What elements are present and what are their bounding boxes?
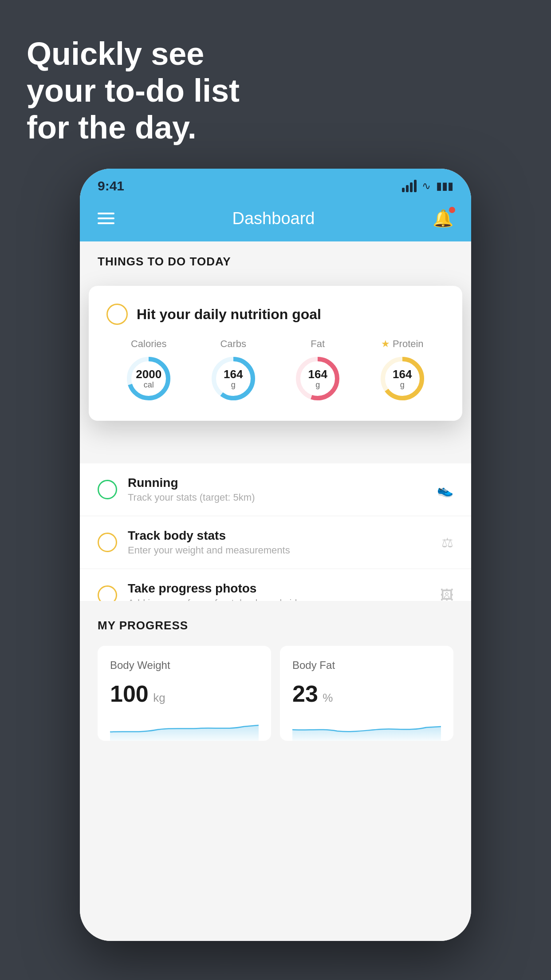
notification-dot <box>449 207 455 213</box>
protein-value: 164 <box>393 368 412 381</box>
calories-unit: cal <box>136 380 161 389</box>
calories-donut: 2000 cal <box>124 354 173 403</box>
body-weight-value-row: 100 kg <box>110 680 259 707</box>
body-weight-unit: kg <box>153 691 165 704</box>
body-weight-label: Body Weight <box>110 659 259 672</box>
calories-label: Calories <box>131 338 167 350</box>
running-checkbox[interactable] <box>98 480 117 499</box>
nutrition-card: Hit your daily nutrition goal Calories 2… <box>89 286 462 421</box>
hamburger-menu[interactable] <box>98 213 114 224</box>
wifi-icon: ∿ <box>422 180 431 192</box>
running-title: Running <box>128 476 426 490</box>
body-fat-label: Body Fat <box>292 659 441 672</box>
nutrition-checkbox[interactable] <box>106 304 128 325</box>
calories-value: 2000 <box>136 368 161 381</box>
header-title: Dashboard <box>232 209 315 228</box>
phone-mockup: 9:41 ∿ ▮▮▮ Dashboard 🔔 THINGS TO DO TODA… <box>80 169 471 941</box>
scale-icon: ⚖ <box>441 535 453 550</box>
fat-label: Fat <box>311 338 325 350</box>
progress-title: MY PROGRESS <box>98 619 453 632</box>
status-bar: 9:41 ∿ ▮▮▮ <box>80 169 471 200</box>
body-fat-value: 23 <box>292 681 318 707</box>
battery-icon: ▮▮▮ <box>436 180 453 192</box>
photo-icon: 🖼 <box>440 588 453 603</box>
bell-icon[interactable]: 🔔 <box>433 209 453 228</box>
carbs-donut: 164 g <box>209 354 258 403</box>
body-weight-card: Body Weight 100 kg <box>98 646 271 741</box>
bodystats-title: Track body stats <box>128 529 431 543</box>
carbs-value: 164 <box>224 368 243 381</box>
body-fat-value-row: 23 % <box>292 680 441 707</box>
fat-value: 164 <box>308 368 327 381</box>
status-icons: ∿ ▮▮▮ <box>402 180 453 192</box>
nutrition-protein: ★Protein 164 g <box>378 338 427 403</box>
bodystats-subtitle: Enter your weight and measurements <box>128 545 431 556</box>
star-icon: ★ <box>381 338 390 350</box>
body-fat-unit: % <box>323 691 333 704</box>
carbs-unit: g <box>224 380 243 389</box>
body-weight-sparkline <box>110 714 259 741</box>
list-item[interactable]: Running Track your stats (target: 5km) 👟 <box>80 463 471 516</box>
fat-unit: g <box>308 380 327 389</box>
protein-donut: 164 g <box>378 354 427 403</box>
bodystats-checkbox[interactable] <box>98 533 117 552</box>
body-fat-sparkline <box>292 714 441 741</box>
nutrition-row: Calories 2000 cal Carbs <box>106 338 445 403</box>
today-section-header: THINGS TO DO TODAY <box>80 241 471 277</box>
progress-section: MY PROGRESS Body Weight 100 kg <box>80 601 471 750</box>
signal-icon <box>402 180 417 192</box>
protein-label: ★Protein <box>381 338 424 350</box>
progress-cards: Body Weight 100 kg <box>98 646 453 741</box>
app-content: THINGS TO DO TODAY Hit your daily nutrit… <box>80 241 471 941</box>
body-fat-card: Body Fat 23 % <box>280 646 453 741</box>
body-weight-value: 100 <box>110 681 149 707</box>
running-subtitle: Track your stats (target: 5km) <box>128 492 426 503</box>
fat-donut: 164 g <box>293 354 342 403</box>
nutrition-card-title: Hit your daily nutrition goal <box>137 306 321 323</box>
photos-title: Take progress photos <box>128 581 429 596</box>
app-header: Dashboard 🔔 <box>80 200 471 241</box>
hero-heading: Quickly see your to-do list for the day. <box>27 36 240 146</box>
list-item[interactable]: Track body stats Enter your weight and m… <box>80 516 471 569</box>
status-time: 9:41 <box>98 178 124 194</box>
nutrition-fat: Fat 164 g <box>293 338 342 403</box>
carbs-label: Carbs <box>220 338 246 350</box>
nutrition-calories: Calories 2000 cal <box>124 338 173 403</box>
bodystats-text: Track body stats Enter your weight and m… <box>128 529 431 556</box>
nutrition-carbs: Carbs 164 g <box>209 338 258 403</box>
protein-unit: g <box>393 380 412 389</box>
running-text: Running Track your stats (target: 5km) <box>128 476 426 503</box>
todo-list: Running Track your stats (target: 5km) 👟… <box>80 463 471 622</box>
running-icon: 👟 <box>437 482 453 498</box>
